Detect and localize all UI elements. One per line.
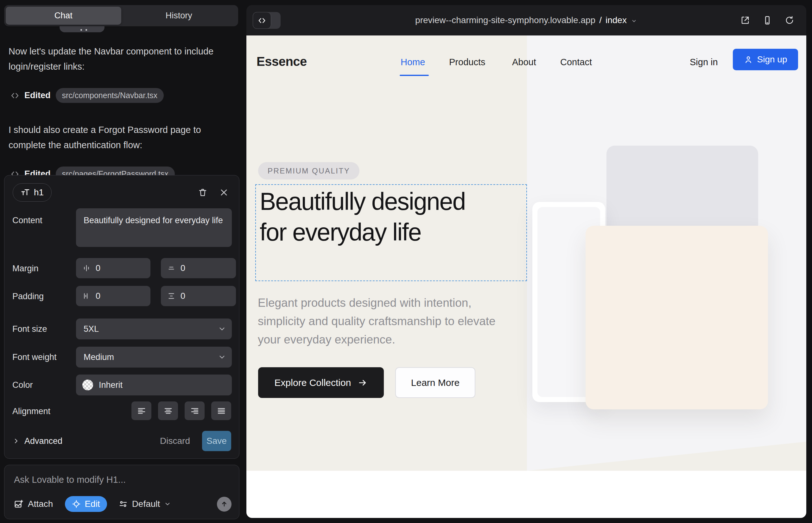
active-nav-underline (400, 75, 429, 76)
h1-selection-outline[interactable]: Beautifully designed for everyday life (255, 184, 527, 281)
send-button[interactable] (217, 497, 231, 511)
preview-window: preview--charming-site-symphony.lovable.… (246, 5, 806, 518)
content-field[interactable]: Beautifully designed for everyday life (76, 208, 232, 247)
align-justify-button[interactable] (211, 401, 231, 420)
edit-mode-button[interactable]: Edit (65, 496, 107, 512)
margin-y-field[interactable] (161, 258, 236, 278)
color-swatch-icon (82, 380, 93, 390)
nav-link-products[interactable]: Products (449, 57, 485, 68)
align-right-button[interactable] (184, 401, 205, 420)
element-tag-pill[interactable]: h1 (13, 183, 52, 202)
nav-link-home[interactable]: Home (401, 57, 425, 68)
margin-x-field[interactable] (76, 258, 151, 278)
chat-sidebar: Chat History Now let's update the Navbar… (0, 0, 246, 523)
chevron-down-icon (218, 325, 226, 333)
site-navbar: Essence Home Products About Contact Sign… (246, 48, 806, 86)
refresh-button[interactable] (785, 16, 794, 25)
tab-chat[interactable]: Chat (6, 7, 121, 25)
font-size-label: Font size (12, 324, 47, 334)
browser-actions (740, 5, 794, 35)
font-weight-select[interactable]: Medium (76, 347, 232, 367)
color-select[interactable]: Inherit (76, 375, 232, 395)
align-center-button[interactable] (158, 401, 178, 420)
open-external-button[interactable] (740, 16, 750, 25)
chip-dot (86, 29, 87, 31)
margin-y-input[interactable] (180, 264, 236, 273)
align-right-icon (190, 406, 199, 416)
chat-messages: Now let's update the Navbar component to… (8, 44, 230, 186)
url-host: preview--charming-site-symphony.lovable.… (415, 15, 595, 25)
nav-link-about[interactable]: About (512, 57, 536, 68)
mode-select[interactable]: Default (119, 499, 171, 509)
typography-icon (21, 188, 30, 197)
align-left-button[interactable] (131, 401, 152, 420)
preview-browser-bar: preview--charming-site-symphony.lovable.… (246, 5, 806, 35)
assistant-message: Now let's update the Navbar component to… (8, 44, 224, 74)
composer-input[interactable] (14, 474, 229, 485)
align-justify-icon (217, 406, 226, 416)
sign-up-button[interactable]: Sign up (733, 49, 798, 70)
margin-x-input[interactable] (96, 264, 151, 273)
padding-label: Padding (12, 292, 44, 301)
edit-label: Edit (85, 499, 100, 509)
arrow-up-icon (220, 500, 228, 508)
alignment-group (131, 401, 231, 420)
close-panel-button[interactable] (217, 185, 231, 199)
close-icon (219, 188, 228, 197)
align-center-icon (163, 406, 173, 416)
align-left-icon (137, 406, 146, 416)
chat-composer: Attach Edit Default (4, 465, 240, 519)
mobile-view-button[interactable] (763, 16, 772, 25)
site-brand[interactable]: Essence (257, 54, 307, 69)
padding-y-field[interactable] (161, 286, 236, 306)
hero-section: Essence Home Products About Contact Sign… (246, 35, 806, 471)
padding-y-input[interactable] (180, 291, 236, 301)
assistant-message: I should also create a Forgot Password p… (8, 122, 224, 152)
url-bar[interactable]: preview--charming-site-symphony.lovable.… (246, 5, 806, 35)
font-size-value: 5XL (84, 324, 99, 334)
padding-x-input[interactable] (96, 291, 151, 301)
delete-element-button[interactable] (195, 185, 210, 200)
content-label: Content (12, 216, 42, 226)
advanced-toggle[interactable]: Advanced (12, 436, 63, 446)
code-icon (11, 91, 19, 100)
url-separator: / (599, 15, 602, 25)
chevron-down-icon (164, 501, 171, 507)
tab-history[interactable]: History (121, 7, 237, 25)
attach-image-icon (14, 499, 23, 509)
quality-badge: PREMIUM QUALITY (258, 162, 359, 180)
product-card-peach (586, 226, 768, 409)
hero-heading[interactable]: Beautifully designed for everyday life (260, 186, 488, 248)
editor-footer: Advanced Discard Save (12, 431, 231, 451)
attach-label: Attach (28, 499, 53, 509)
hero-description: Elegant products designed with intention… (258, 294, 511, 349)
url-page: index (605, 15, 627, 25)
edited-file-row[interactable]: Edited src/components/Navbar.tsx (11, 88, 230, 103)
edited-label: Edited (24, 91, 51, 101)
file-badge[interactable]: src/components/Navbar.tsx (56, 88, 164, 103)
mode-label: Default (132, 499, 160, 509)
font-weight-label: Font weight (12, 353, 57, 362)
smartphone-icon (763, 16, 772, 25)
alignment-label: Alignment (12, 407, 50, 416)
padding-vertical-icon (167, 292, 175, 300)
learn-more-button[interactable]: Learn More (395, 367, 475, 398)
padding-horizontal-icon (82, 292, 91, 300)
discard-button[interactable]: Discard (160, 436, 190, 446)
advanced-label: Advanced (24, 436, 63, 446)
save-button[interactable]: Save (202, 431, 231, 451)
nav-link-contact[interactable]: Contact (560, 57, 592, 68)
margin-horizontal-icon (82, 264, 91, 272)
composer-toolbar: Attach Edit Default (14, 496, 231, 512)
explore-collection-button[interactable]: Explore Collection (258, 367, 384, 398)
target-icon (72, 500, 81, 508)
color-label: Color (12, 380, 33, 390)
font-size-select[interactable]: 5XL (76, 319, 232, 339)
cta-primary-label: Explore Collection (275, 377, 351, 388)
font-weight-value: Medium (84, 353, 114, 362)
sign-in-link[interactable]: Sign in (690, 57, 718, 68)
attach-button[interactable]: Attach (14, 499, 53, 509)
padding-x-field[interactable] (76, 286, 151, 306)
content-input[interactable]: Beautifully designed for everyday life (84, 214, 224, 241)
chevron-down-icon (218, 353, 226, 361)
